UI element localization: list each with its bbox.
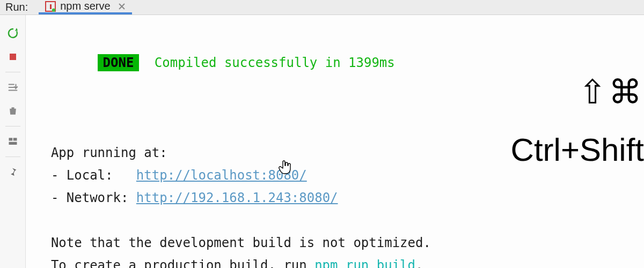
network-label: - Network:	[35, 190, 136, 205]
separator	[5, 72, 20, 72]
note-line-2a: To create a production build, run	[35, 258, 314, 268]
console-output[interactable]: DONE Compiled successfully in 1399ms App…	[26, 15, 644, 268]
svg-rect-3	[10, 54, 16, 60]
npm-run-build-code: npm run build	[314, 258, 415, 268]
npm-icon	[45, 1, 56, 12]
local-label: - Local:	[35, 168, 136, 183]
note-line-1: Note that the development build is not o…	[35, 232, 634, 254]
separator	[5, 157, 20, 157]
tab-title: npm serve	[60, 0, 110, 12]
svg-rect-5	[13, 138, 17, 140]
status-badge: DONE	[98, 54, 140, 71]
svg-rect-4	[9, 138, 12, 140]
note-line-2c: .	[415, 258, 423, 268]
tool-gutter	[0, 15, 26, 268]
stop-icon[interactable]	[5, 49, 20, 64]
trash-icon[interactable]	[5, 103, 20, 118]
svg-point-2	[52, 8, 55, 11]
local-url-link[interactable]: http://localhost:8080/	[136, 168, 307, 183]
tab-npm-serve[interactable]: npm serve	[39, 0, 131, 14]
close-icon[interactable]	[118, 3, 126, 10]
svg-rect-6	[9, 142, 17, 145]
layout-icon[interactable]	[5, 134, 20, 149]
pin-icon[interactable]	[5, 165, 20, 180]
rerun-icon[interactable]	[5, 26, 20, 41]
app-running-label: App running at:	[35, 142, 634, 164]
tab-bar: Run: npm serve	[0, 0, 644, 15]
run-label: Run:	[5, 1, 28, 13]
compiled-message: Compiled successfully in 1399ms	[147, 55, 394, 70]
separator	[5, 126, 20, 126]
scroll-to-end-icon[interactable]	[5, 80, 20, 95]
svg-rect-1	[50, 4, 52, 9]
network-url-link[interactable]: http://192.168.1.243:8080/	[136, 190, 338, 205]
